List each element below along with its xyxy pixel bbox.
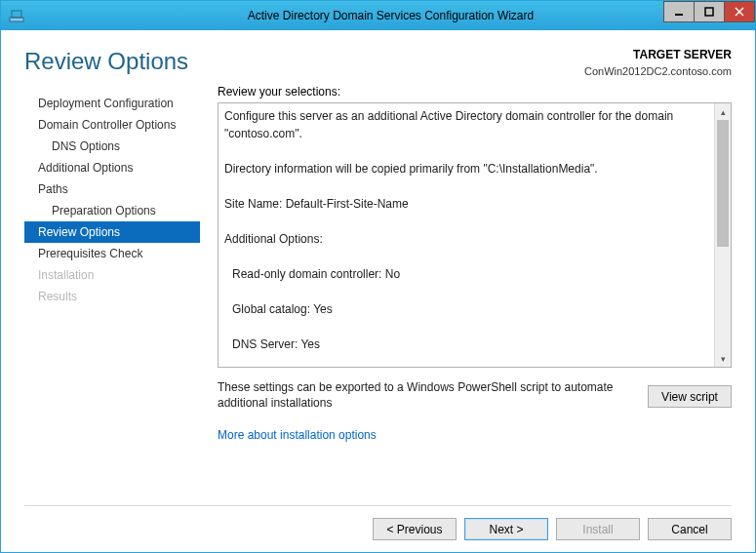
main-panel: Review your selections: Configure this s…: [218, 85, 732, 497]
page-title: Review Options: [24, 48, 188, 75]
review-line: Global catalog: Yes: [224, 300, 707, 318]
review-line: [224, 248, 707, 265]
maximize-button[interactable]: [694, 1, 725, 22]
svg-rect-1: [12, 11, 21, 18]
view-script-button[interactable]: View script: [648, 385, 732, 408]
install-button[interactable]: Install: [556, 518, 640, 540]
scrollbar[interactable]: ▴ ▾: [714, 103, 731, 367]
review-line: [224, 353, 707, 367]
review-line: Configure this server as an additional A…: [224, 107, 707, 142]
review-line: [224, 318, 707, 336]
body: Deployment ConfigurationDomain Controlle…: [24, 85, 732, 497]
cancel-button[interactable]: Cancel: [648, 518, 732, 540]
target-server-info: TARGET SERVER ConWin2012DC2.contoso.com: [584, 48, 732, 77]
header-row: Review Options TARGET SERVER ConWin2012D…: [24, 30, 732, 85]
window-controls: [664, 1, 755, 22]
previous-button[interactable]: < Previous: [373, 518, 457, 540]
review-text: Configure this server as an additional A…: [219, 103, 713, 367]
review-line: DNS Server: Yes: [224, 336, 707, 353]
svg-rect-0: [10, 18, 23, 21]
powershell-note: These settings can be exported to a Wind…: [218, 379, 638, 411]
sidebar-item[interactable]: Deployment Configuration: [24, 93, 200, 114]
scroll-track[interactable]: [717, 120, 729, 350]
review-line: Additional Options:: [224, 230, 707, 248]
target-server-label: TARGET SERVER: [584, 48, 732, 61]
sidebar-item[interactable]: Domain Controller Options: [24, 114, 200, 136]
powershell-export-row: These settings can be exported to a Wind…: [218, 379, 732, 411]
more-about-link[interactable]: More about installation options: [218, 428, 732, 442]
review-line: [224, 213, 707, 230]
sidebar-item[interactable]: Paths: [24, 178, 200, 200]
next-button[interactable]: Next >: [464, 518, 548, 540]
window-title: Active Directory Domain Services Configu…: [26, 9, 755, 22]
review-line: [224, 178, 707, 195]
review-line: [224, 142, 707, 160]
review-line: [224, 283, 707, 300]
scroll-up-icon[interactable]: ▴: [715, 103, 731, 120]
wizard-window: Active Directory Domain Services Configu…: [0, 0, 756, 553]
review-line: Read-only domain controller: No: [224, 265, 707, 283]
minimize-button[interactable]: [663, 1, 695, 22]
sidebar: Deployment ConfigurationDomain Controlle…: [24, 85, 200, 497]
review-line: Site Name: Default-First-Site-Name: [224, 195, 707, 213]
review-selections-box[interactable]: Configure this server as an additional A…: [218, 102, 732, 368]
review-line: Directory information will be copied pri…: [224, 160, 707, 178]
footer-buttons: < Previous Next > Install Cancel: [24, 505, 732, 540]
sidebar-item[interactable]: Additional Options: [24, 157, 200, 178]
sidebar-item[interactable]: DNS Options: [24, 136, 200, 157]
target-server-name: ConWin2012DC2.contoso.com: [584, 65, 732, 77]
scroll-thumb[interactable]: [717, 120, 729, 247]
sidebar-item[interactable]: Review Options: [24, 221, 200, 243]
title-bar[interactable]: Active Directory Domain Services Configu…: [1, 1, 755, 30]
svg-rect-3: [705, 8, 713, 16]
sidebar-item[interactable]: Preparation Options: [24, 200, 200, 221]
content: Review Options TARGET SERVER ConWin2012D…: [1, 30, 755, 552]
sidebar-item: Installation: [24, 264, 200, 286]
sidebar-item: Results: [24, 286, 200, 307]
review-label: Review your selections:: [218, 85, 732, 99]
scroll-down-icon[interactable]: ▾: [715, 350, 731, 367]
app-icon: [7, 6, 26, 25]
close-button[interactable]: [724, 1, 755, 22]
sidebar-item[interactable]: Prerequisites Check: [24, 243, 200, 264]
